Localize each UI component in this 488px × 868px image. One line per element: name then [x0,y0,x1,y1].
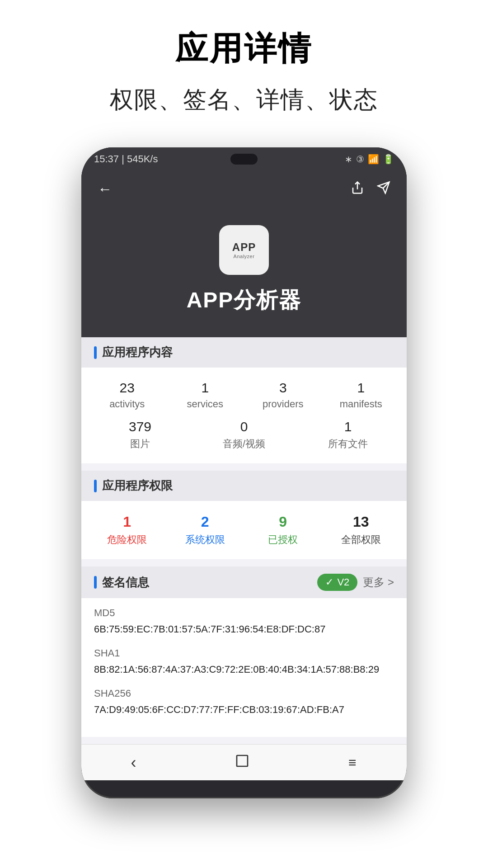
stat-providers-number: 3 [279,380,287,396]
sig-header-right: ✓ V2 更多 > [317,574,394,591]
phone-frame: 15:37 | 545K/s ∗ ③ 📶 🔋 ← [81,147,407,798]
perm-system-number: 2 [201,514,209,530]
stat-services[interactable]: 1 services [169,380,242,410]
bluetooth-icon: ∗ [345,154,352,165]
app-icon-sub: Analyzer [234,254,255,259]
status-bar: 15:37 | 545K/s ∗ ③ 📶 🔋 [81,147,407,171]
perm-total[interactable]: 13 全部权限 [324,514,398,547]
stat-files-label: 所有文件 [328,437,368,451]
section-permissions: 应用程序权限 1 危险权限 2 系统权限 9 已授权 [81,471,407,559]
stat-manifests[interactable]: 1 manifests [324,380,398,410]
perm-granted-number: 9 [279,514,287,530]
status-icons: ∗ ③ 📶 🔋 [345,154,394,165]
app-icon-text: APP [232,241,256,254]
page-subtitle: 权限、签名、详情、状态 [0,84,488,116]
section-content: 应用程序内容 23 activitys 1 services 3 [81,337,407,463]
perm-granted[interactable]: 9 已授权 [246,514,320,547]
stat-manifests-number: 1 [357,380,365,396]
perm-total-label: 全部权限 [341,533,381,547]
stat-images-number: 379 [129,419,151,434]
status-time: 15:37 | 545K/s [94,153,158,165]
section-permissions-title: 应用程序权限 [102,478,173,494]
stat-providers[interactable]: 3 providers [246,380,320,410]
app-icon-wrapper: APP Analyzer [219,225,269,275]
stat-activitys[interactable]: 23 activitys [90,380,164,410]
signal-icon: ③ [356,154,364,165]
sig-md5-key: MD5 [94,607,394,619]
stat-audio-number: 0 [240,419,248,434]
section-bar-sig [94,576,97,589]
perm-dangerous-label: 危险权限 [107,533,147,547]
app-header: APP Analyzer APP分析器 [81,207,407,337]
sig-content: MD5 6B:75:59:EC:7B:01:57:5A:7F:31:96:54:… [81,598,407,737]
stats-row1: 23 activitys 1 services 3 providers 1 [81,368,407,415]
v2-text: V2 [337,576,349,588]
nav-bar: ‹ ≡ [81,744,407,780]
svg-rect-3 [237,755,248,766]
stat-audio[interactable]: 0 音频/视频 [194,419,294,451]
section-content-header: 应用程序内容 [81,337,407,368]
stat-providers-label: providers [263,398,303,410]
battery-icon: 🔋 [383,154,394,165]
stat-files[interactable]: 1 所有文件 [298,419,398,451]
app-name: APP分析器 [187,286,302,315]
stat-activitys-number: 23 [120,380,135,396]
perm-granted-label: 已授权 [268,533,298,547]
camera-notch [230,154,258,165]
nav-back-button[interactable]: ‹ [117,749,150,777]
perm-dangerous-number: 1 [123,514,131,530]
sig-sha256-key: SHA256 [94,688,394,699]
phone-wrapper: 15:37 | 545K/s ∗ ③ 📶 🔋 ← [81,147,407,798]
v2-badge[interactable]: ✓ V2 [317,574,357,591]
top-bar: ← [81,171,407,207]
more-link[interactable]: 更多 > [363,575,394,590]
stat-images-label: 图片 [130,437,150,451]
sig-sha256-row: SHA256 7A:D9:49:05:6F:CC:D7:77:7F:FF:CB:… [94,688,394,717]
page-title: 应用详情 [0,27,488,71]
stats-row2: 379 图片 0 音频/视频 1 所有文件 [81,415,407,463]
perm-total-number: 13 [353,514,369,530]
perm-dangerous[interactable]: 1 危险权限 [90,514,164,547]
section-sig-title: 签名信息 [102,575,149,590]
share-icon[interactable] [351,181,364,198]
checkmark-icon: ✓ [325,576,333,588]
send-icon[interactable] [377,181,390,198]
stat-services-number: 1 [201,380,209,396]
section-content-title: 应用程序内容 [102,344,173,360]
section-bar-permissions [94,480,97,492]
page-outer: 应用详情 权限、签名、详情、状态 15:37 | 545K/s ∗ ③ 📶 🔋 … [0,0,488,868]
stat-manifests-label: manifests [340,398,382,410]
perm-system[interactable]: 2 系统权限 [169,514,242,547]
sig-header-left: 签名信息 [94,575,149,590]
stat-activitys-label: activitys [109,398,145,410]
page-header: 应用详情 权限、签名、详情、状态 [0,0,488,125]
sig-header: 签名信息 ✓ V2 更多 > [81,566,407,598]
stat-services-label: services [187,398,223,410]
stat-images[interactable]: 379 图片 [90,419,190,451]
content-area: 应用程序内容 23 activitys 1 services 3 [81,337,407,744]
perms-grid: 1 危险权限 2 系统权限 9 已授权 13 全 [81,501,407,559]
stat-audio-label: 音频/视频 [223,437,265,451]
nav-home-button[interactable] [221,749,263,776]
sig-sha1-row: SHA1 8B:82:1A:56:87:4A:37:A3:C9:72:2E:0B… [94,647,394,677]
section-signature: 签名信息 ✓ V2 更多 > MD5 6B: [81,566,407,737]
perm-system-label: 系统权限 [185,533,225,547]
section-bar-content [94,346,97,359]
sig-md5-value[interactable]: 6B:75:59:EC:7B:01:57:5A:7F:31:96:54:E8:D… [94,622,394,637]
section-permissions-header: 应用程序权限 [81,471,407,501]
sig-md5-row: MD5 6B:75:59:EC:7B:01:57:5A:7F:31:96:54:… [94,607,394,637]
sig-sha1-key: SHA1 [94,647,394,659]
nav-menu-button[interactable]: ≡ [335,750,371,775]
sig-sha256-value[interactable]: 7A:D9:49:05:6F:CC:D7:77:7F:FF:CB:03:19:6… [94,702,394,717]
top-right-icons [351,181,390,198]
back-button[interactable]: ← [98,181,112,198]
stat-files-number: 1 [344,419,352,434]
sig-sha1-value[interactable]: 8B:82:1A:56:87:4A:37:A3:C9:72:2E:0B:40:4… [94,662,394,677]
wifi-icon: 📶 [368,154,379,165]
